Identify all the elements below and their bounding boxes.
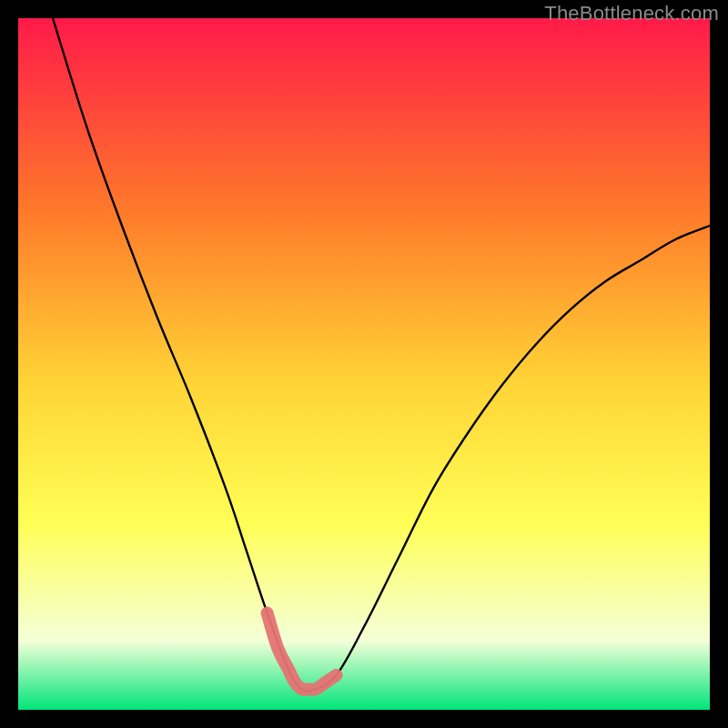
bottleneck-plot bbox=[18, 18, 710, 710]
gradient-background bbox=[18, 18, 710, 710]
watermark-label: TheBottleneck.com bbox=[544, 2, 719, 25]
